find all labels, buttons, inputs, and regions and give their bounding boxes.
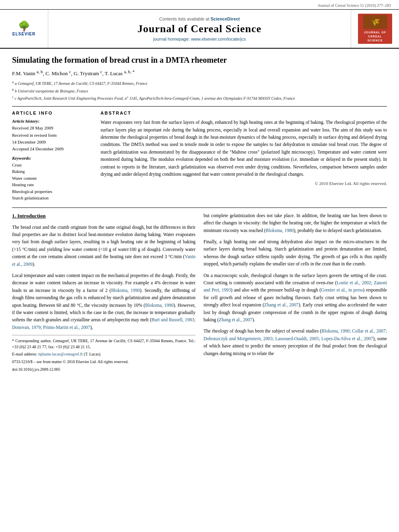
ref-bloksma1990c: Bloksma, 1990; Collar et al., 2007; Dobr… [204, 329, 387, 341]
journal-logo-text1: JOURNAL OF [364, 31, 386, 35]
journal-header: 🌳 ELSEVIER Contents lists available at S… [0, 10, 399, 49]
ref-grenier: Grenier et al., in press [321, 288, 363, 292]
journal-logo-area: 🌾 JOURNAL OF CEREAL SCIENCE [351, 10, 399, 48]
journal-homepage: journal homepage: www.elsevier.com/locat… [153, 37, 246, 41]
keyword-baking: Baking [12, 168, 93, 175]
main-body: 1. Introduction The bread crust and the … [12, 212, 387, 372]
ref-zhang2007b: Zhang et al., 2007 [219, 317, 252, 322]
journal-reference: Journal of Cereal Science 51 (2010) 277–… [318, 3, 391, 8]
article-info-abstract-section: ARTICLE INFO Article history: Received 2… [12, 111, 387, 201]
email-address[interactable]: tiphaine.lucas@cemagref.fr [38, 352, 83, 356]
journal-logo-box: 🌾 JOURNAL OF CEREAL SCIENCE [358, 14, 392, 44]
sciencedirect-link[interactable]: ScienceDirect [211, 16, 240, 21]
body-paragraph-1: The bread crust and the crumb originate … [12, 224, 195, 268]
body-paragraph-4: Finally, a high heating rate and strong … [204, 238, 387, 268]
abstract-text: Water evaporates very fast from the surf… [101, 119, 387, 178]
received-date: Received 28 May 2009 [12, 125, 93, 131]
divider-1 [12, 106, 387, 107]
received-revised-label: Received in revised form [12, 132, 93, 138]
abstract-heading: ABSTRACT [101, 111, 387, 115]
journal-homepage-link[interactable]: journal homepage: www.elsevier.com/locat… [153, 37, 246, 41]
article-content: Simulating the formation of bread crust … [0, 49, 399, 380]
journal-title: Journal of Cereal Science [138, 23, 261, 35]
journal-header-center: Contents lists available at ScienceDirec… [48, 10, 351, 48]
keyword-starch: Starch gelatinization [12, 195, 93, 201]
ref-bloksma1990a: Bloksma, 1990 [111, 288, 140, 293]
footnote-email: E-mail address: tiphaine.lucas@cemagref.… [12, 351, 195, 357]
elsevier-label: ELSEVIER [12, 32, 35, 36]
keywords-label: Keywords: [12, 156, 93, 160]
keyword-rheological: Rheological properties [12, 188, 93, 195]
body-paragraph-2: Local temperature and water content impa… [12, 272, 195, 331]
keywords-section: Keywords: Crust Baking Water content Hea… [12, 156, 93, 201]
journal-logo-text2: CEREAL [368, 35, 382, 39]
body-paragraph-5: On a macroscopic scale, rheological chan… [204, 272, 387, 324]
body-col-left: 1. Introduction The bread crust and the … [12, 212, 195, 372]
doi-line: doi:10.1016/j.jcs.2009.12.005 [12, 366, 195, 372]
body-paragraph-3: but complete gelatinization does not tak… [204, 212, 387, 234]
history-label: Article history: [12, 119, 93, 123]
abstract-col: ABSTRACT Water evaporates very fast from… [101, 111, 387, 201]
keyword-water: Water content [12, 175, 93, 182]
email-note: (T. Lucas). [84, 352, 101, 356]
elsevier-logo-area: 🌳 ELSEVIER [0, 10, 48, 48]
affil-b: b b Université européenne de Bretagne, F… [12, 88, 387, 94]
ref-zhang2007a: Zhang et al., 2007 [264, 302, 299, 307]
sciencedirect-label: Contents lists available at [159, 16, 210, 21]
copyright-line: © 2010 Elsevier Ltd. All rights reserved… [101, 181, 387, 186]
accepted-date: Accepted 24 December 2009 [12, 146, 93, 152]
ref-burt1983: Burt and Russell, 1983; Donovan, 1979; P… [12, 317, 195, 329]
affil-a: a a Cemagref, UR TERE, 17 Avenue de Cuci… [12, 80, 387, 86]
journal-reference-bar: Journal of Cereal Science 51 (2010) 277–… [0, 0, 399, 10]
body-col-right: but complete gelatinization does not tak… [204, 212, 387, 372]
divider-2 [12, 207, 387, 208]
sciencedirect-line: Contents lists available at ScienceDirec… [159, 16, 240, 21]
section1-heading: 1. Introduction [12, 212, 195, 220]
elsevier-tree-icon: 🌳 [18, 21, 30, 31]
ref-bloksma1990b: Bloksma, 1990 [145, 303, 173, 308]
email-label: E-mail address: [12, 352, 37, 356]
ref-bloksma1980: Bloksma, 1980 [266, 228, 294, 233]
journal-logo-image: 🌾 [363, 15, 387, 29]
body-paragraph-6: The rheology of dough has been the subje… [204, 327, 387, 357]
article-info-col: ARTICLE INFO Article history: Received 2… [12, 111, 93, 201]
authors-line: F.M. Vanin a, b, C. Michon c, G. Trystra… [12, 69, 387, 77]
page-wrapper: Journal of Cereal Science 51 (2010) 277–… [0, 0, 399, 532]
keyword-crust: Crust [12, 162, 93, 168]
ref-vanin2009: Vanin et al., 2009 [12, 254, 195, 266]
affiliations: a a Cemagref, UR TERE, 17 Avenue de Cuci… [12, 80, 387, 101]
author-vanin: F.M. Vanin a, b, C. Michon c, G. Trystra… [12, 70, 135, 76]
article-title: Simulating the formation of bread crust … [12, 55, 387, 65]
issn-line: 0733-5210/$ – see front matter © 2010 El… [12, 359, 195, 365]
article-info-heading: ARTICLE INFO [12, 111, 93, 115]
footnotes-area: * Corresponding author. Cemagref, UR TER… [12, 335, 195, 372]
keyword-heating: Heating rate [12, 181, 93, 188]
footnote-corresponding: * Corresponding author. Cemagref, UR TER… [12, 338, 195, 350]
affil-c: c c AgroParisTech, Joint Research Unit E… [12, 95, 387, 101]
received-revised-date: 14 December 2009 [12, 139, 93, 145]
journal-logo-text3: SCIENCE [367, 39, 383, 43]
